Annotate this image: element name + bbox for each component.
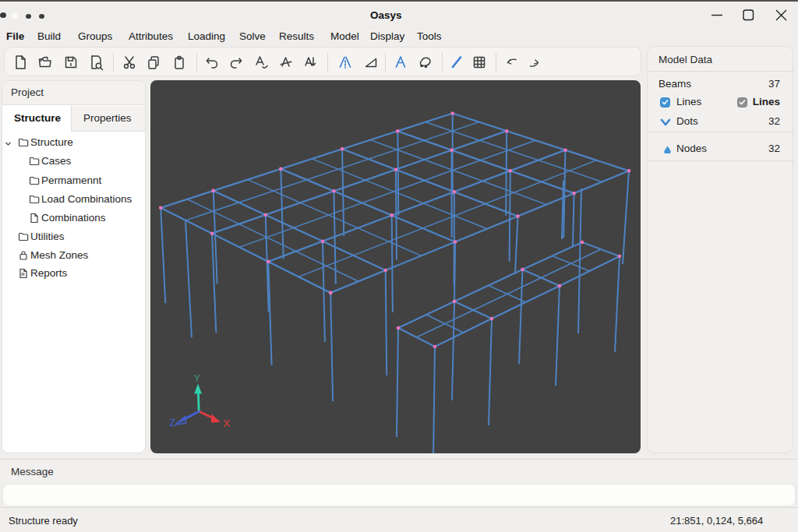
svg-text:Y: Y xyxy=(194,372,201,384)
svg-text:Z: Z xyxy=(170,417,176,428)
svg-text:X: X xyxy=(224,417,231,429)
